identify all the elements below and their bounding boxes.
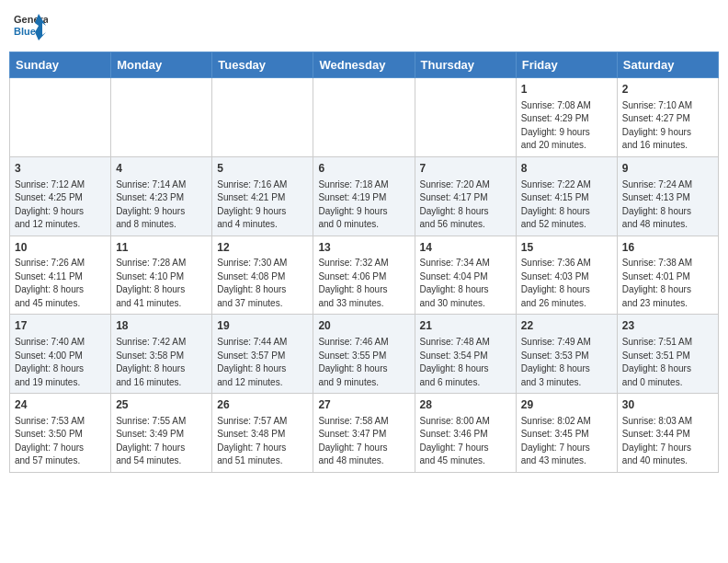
day-number: 17 bbox=[15, 318, 106, 334]
day-number: 21 bbox=[420, 318, 511, 334]
day-info: Sunrise: 7:42 AM Sunset: 3:58 PM Dayligh… bbox=[116, 336, 207, 389]
day-number: 14 bbox=[420, 240, 511, 256]
logo-svg: General Blue bbox=[13, 9, 48, 44]
day-number: 9 bbox=[622, 161, 713, 177]
day-info: Sunrise: 7:55 AM Sunset: 3:49 PM Dayligh… bbox=[116, 415, 207, 468]
calendar-cell: 10Sunrise: 7:26 AM Sunset: 4:11 PM Dayli… bbox=[10, 236, 111, 315]
calendar-cell: 29Sunrise: 8:02 AM Sunset: 3:45 PM Dayli… bbox=[516, 394, 617, 473]
day-number: 29 bbox=[521, 397, 612, 413]
calendar-cell: 5Sunrise: 7:16 AM Sunset: 4:21 PM Daylig… bbox=[212, 156, 313, 236]
calendar-cell: 30Sunrise: 8:03 AM Sunset: 3:44 PM Dayli… bbox=[617, 394, 718, 473]
day-info: Sunrise: 7:44 AM Sunset: 3:57 PM Dayligh… bbox=[217, 336, 308, 389]
day-number: 6 bbox=[318, 161, 409, 177]
calendar-cell: 2Sunrise: 7:10 AM Sunset: 4:27 PM Daylig… bbox=[617, 78, 718, 157]
day-info: Sunrise: 7:10 AM Sunset: 4:27 PM Dayligh… bbox=[622, 99, 713, 153]
calendar-cell bbox=[313, 78, 415, 157]
day-number: 30 bbox=[622, 397, 713, 413]
day-number: 25 bbox=[116, 397, 207, 413]
day-info: Sunrise: 7:24 AM Sunset: 4:13 PM Dayligh… bbox=[622, 178, 713, 232]
day-number: 1 bbox=[521, 82, 612, 98]
day-info: Sunrise: 7:18 AM Sunset: 4:19 PM Dayligh… bbox=[318, 178, 409, 232]
day-info: Sunrise: 7:34 AM Sunset: 4:04 PM Dayligh… bbox=[420, 257, 511, 310]
calendar-cell: 6Sunrise: 7:18 AM Sunset: 4:19 PM Daylig… bbox=[313, 156, 415, 236]
calendar-cell: 3Sunrise: 7:12 AM Sunset: 4:25 PM Daylig… bbox=[10, 156, 111, 236]
day-info: Sunrise: 7:12 AM Sunset: 4:25 PM Dayligh… bbox=[15, 178, 106, 232]
day-number: 28 bbox=[420, 397, 511, 413]
calendar-cell bbox=[111, 78, 212, 157]
calendar-cell: 18Sunrise: 7:42 AM Sunset: 3:58 PM Dayli… bbox=[111, 315, 212, 394]
calendar-week-1: 1Sunrise: 7:08 AM Sunset: 4:29 PM Daylig… bbox=[10, 78, 719, 157]
calendar-cell: 27Sunrise: 7:58 AM Sunset: 3:47 PM Dayli… bbox=[313, 394, 415, 473]
weekday-header-saturday: Saturday bbox=[617, 52, 718, 78]
day-info: Sunrise: 8:00 AM Sunset: 3:46 PM Dayligh… bbox=[420, 415, 511, 468]
calendar-cell: 22Sunrise: 7:49 AM Sunset: 3:53 PM Dayli… bbox=[516, 315, 617, 394]
calendar-cell bbox=[10, 78, 111, 157]
day-number: 26 bbox=[217, 397, 308, 413]
day-info: Sunrise: 7:46 AM Sunset: 3:55 PM Dayligh… bbox=[318, 336, 409, 389]
day-number: 20 bbox=[318, 318, 409, 334]
calendar-week-2: 3Sunrise: 7:12 AM Sunset: 4:25 PM Daylig… bbox=[10, 156, 719, 236]
calendar-week-4: 17Sunrise: 7:40 AM Sunset: 4:00 PM Dayli… bbox=[10, 315, 719, 394]
weekday-header-row: SundayMondayTuesdayWednesdayThursdayFrid… bbox=[10, 52, 719, 78]
day-number: 5 bbox=[217, 161, 308, 177]
weekday-header-tuesday: Tuesday bbox=[212, 52, 313, 78]
day-info: Sunrise: 7:16 AM Sunset: 4:21 PM Dayligh… bbox=[217, 178, 308, 232]
day-info: Sunrise: 7:40 AM Sunset: 4:00 PM Dayligh… bbox=[15, 336, 106, 389]
day-number: 12 bbox=[217, 240, 308, 256]
day-info: Sunrise: 7:22 AM Sunset: 4:15 PM Dayligh… bbox=[521, 178, 612, 232]
calendar-cell: 14Sunrise: 7:34 AM Sunset: 4:04 PM Dayli… bbox=[415, 236, 516, 315]
calendar-cell: 8Sunrise: 7:22 AM Sunset: 4:15 PM Daylig… bbox=[516, 156, 617, 236]
day-number: 15 bbox=[521, 240, 612, 256]
day-number: 4 bbox=[116, 161, 207, 177]
weekday-header-sunday: Sunday bbox=[10, 52, 111, 78]
calendar-cell: 19Sunrise: 7:44 AM Sunset: 3:57 PM Dayli… bbox=[212, 315, 313, 394]
calendar-cell: 16Sunrise: 7:38 AM Sunset: 4:01 PM Dayli… bbox=[617, 236, 718, 315]
day-info: Sunrise: 8:02 AM Sunset: 3:45 PM Dayligh… bbox=[521, 415, 612, 468]
day-info: Sunrise: 7:53 AM Sunset: 3:50 PM Dayligh… bbox=[15, 415, 106, 468]
calendar-cell: 28Sunrise: 8:00 AM Sunset: 3:46 PM Dayli… bbox=[415, 394, 516, 473]
calendar-week-5: 24Sunrise: 7:53 AM Sunset: 3:50 PM Dayli… bbox=[10, 394, 719, 473]
day-number: 3 bbox=[15, 161, 106, 177]
weekday-header-friday: Friday bbox=[516, 52, 617, 78]
day-number: 18 bbox=[116, 318, 207, 334]
day-number: 10 bbox=[15, 240, 106, 256]
day-info: Sunrise: 7:38 AM Sunset: 4:01 PM Dayligh… bbox=[622, 257, 713, 310]
calendar-table: SundayMondayTuesdayWednesdayThursdayFrid… bbox=[9, 52, 719, 473]
day-number: 27 bbox=[318, 397, 409, 413]
svg-text:Blue: Blue bbox=[14, 26, 36, 37]
day-info: Sunrise: 7:49 AM Sunset: 3:53 PM Dayligh… bbox=[521, 336, 612, 389]
day-info: Sunrise: 7:28 AM Sunset: 4:10 PM Dayligh… bbox=[116, 257, 207, 310]
calendar-cell bbox=[212, 78, 313, 157]
day-info: Sunrise: 7:26 AM Sunset: 4:11 PM Dayligh… bbox=[15, 257, 106, 310]
day-info: Sunrise: 7:51 AM Sunset: 3:51 PM Dayligh… bbox=[622, 336, 713, 389]
day-number: 7 bbox=[420, 161, 511, 177]
day-number: 11 bbox=[116, 240, 207, 256]
day-info: Sunrise: 7:32 AM Sunset: 4:06 PM Dayligh… bbox=[318, 257, 409, 310]
calendar-cell: 15Sunrise: 7:36 AM Sunset: 4:03 PM Dayli… bbox=[516, 236, 617, 315]
day-number: 2 bbox=[622, 82, 713, 98]
calendar-cell: 25Sunrise: 7:55 AM Sunset: 3:49 PM Dayli… bbox=[111, 394, 212, 473]
calendar-cell: 24Sunrise: 7:53 AM Sunset: 3:50 PM Dayli… bbox=[10, 394, 111, 473]
calendar-cell bbox=[415, 78, 516, 157]
weekday-header-monday: Monday bbox=[111, 52, 212, 78]
day-number: 23 bbox=[622, 318, 713, 334]
calendar-cell: 4Sunrise: 7:14 AM Sunset: 4:23 PM Daylig… bbox=[111, 156, 212, 236]
day-info: Sunrise: 7:58 AM Sunset: 3:47 PM Dayligh… bbox=[318, 415, 409, 468]
page-header: General Blue bbox=[9, 9, 719, 44]
day-info: Sunrise: 7:08 AM Sunset: 4:29 PM Dayligh… bbox=[521, 99, 612, 153]
day-info: Sunrise: 7:48 AM Sunset: 3:54 PM Dayligh… bbox=[420, 336, 511, 389]
day-info: Sunrise: 8:03 AM Sunset: 3:44 PM Dayligh… bbox=[622, 415, 713, 468]
weekday-header-thursday: Thursday bbox=[415, 52, 516, 78]
day-number: 8 bbox=[521, 161, 612, 177]
day-number: 19 bbox=[217, 318, 308, 334]
calendar-cell: 26Sunrise: 7:57 AM Sunset: 3:48 PM Dayli… bbox=[212, 394, 313, 473]
day-info: Sunrise: 7:14 AM Sunset: 4:23 PM Dayligh… bbox=[116, 178, 207, 232]
calendar-cell: 1Sunrise: 7:08 AM Sunset: 4:29 PM Daylig… bbox=[516, 78, 617, 157]
day-number: 13 bbox=[318, 240, 409, 256]
logo: General Blue bbox=[13, 9, 48, 44]
day-number: 24 bbox=[15, 397, 106, 413]
day-info: Sunrise: 7:36 AM Sunset: 4:03 PM Dayligh… bbox=[521, 257, 612, 310]
day-number: 16 bbox=[622, 240, 713, 256]
calendar-cell: 7Sunrise: 7:20 AM Sunset: 4:17 PM Daylig… bbox=[415, 156, 516, 236]
day-info: Sunrise: 7:30 AM Sunset: 4:08 PM Dayligh… bbox=[217, 257, 308, 310]
